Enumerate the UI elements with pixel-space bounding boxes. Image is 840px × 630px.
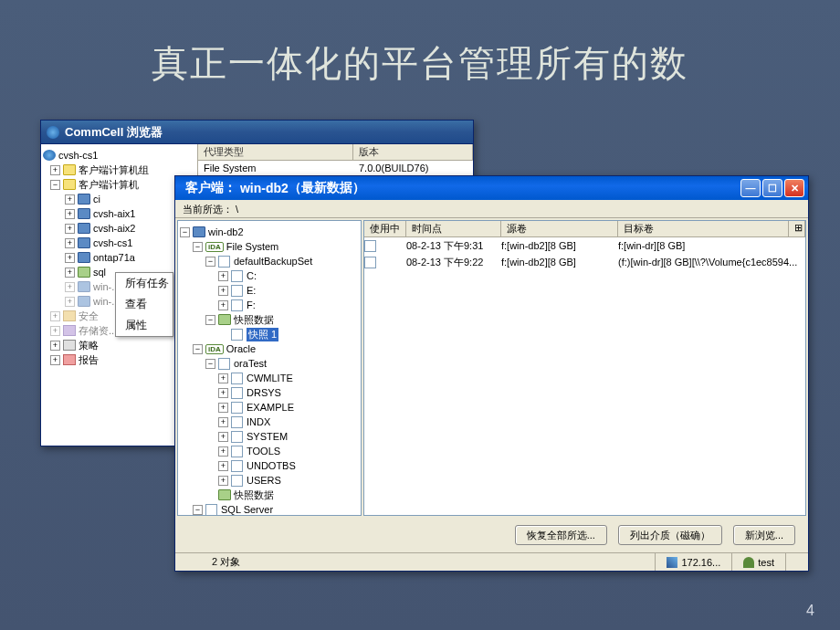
tree-storage[interactable]: 存储资... <box>79 324 117 338</box>
commcell-titlebar[interactable]: CommCell 浏览器 <box>41 121 473 144</box>
expand-icon[interactable]: + <box>65 194 75 205</box>
col-target[interactable]: 目标卷 <box>618 221 789 236</box>
collapse-icon[interactable]: − <box>205 315 215 325</box>
expand-icon[interactable]: + <box>65 297 75 307</box>
tree-checkbox[interactable] <box>231 402 243 414</box>
col-config-icon[interactable]: ⊞ <box>789 221 805 236</box>
collapse-icon[interactable]: − <box>205 257 215 267</box>
client-tree-panel[interactable]: −win-db2 −iDAFile System −defaultBackupS… <box>177 220 362 516</box>
tree-drive-f[interactable]: F: <box>247 299 256 310</box>
snapshot-row[interactable]: 08-2-13 下午9:31 f:[win-db2][8 GB] f:[win-… <box>364 237 805 254</box>
expand-icon[interactable]: + <box>65 268 75 278</box>
tree-node[interactable]: cvsh-aix1 <box>93 208 135 219</box>
row-checkbox[interactable] <box>364 257 376 268</box>
col-time[interactable]: 时间点 <box>406 221 501 236</box>
tree-ora-item[interactable]: INDX <box>247 416 270 427</box>
tree-oracle[interactable]: Oracle <box>226 343 256 354</box>
close-button[interactable]: ✕ <box>784 179 804 197</box>
expand-icon[interactable]: + <box>218 300 228 310</box>
collapse-icon[interactable]: − <box>193 505 203 515</box>
expand-icon[interactable]: + <box>50 165 60 175</box>
tree-client[interactable]: 客户端计算机 <box>79 178 139 192</box>
menu-properties[interactable]: 属性 <box>116 315 173 336</box>
tree-node[interactable]: cvsh-cs1 <box>93 237 132 248</box>
tree-snapshot-1-selected[interactable]: 快照 1 <box>247 328 278 341</box>
tree-security[interactable]: 安全 <box>79 310 99 323</box>
expand-icon[interactable]: + <box>65 238 75 248</box>
expand-icon[interactable]: + <box>50 355 60 365</box>
col-version[interactable]: 版本 <box>353 144 473 160</box>
list-row[interactable]: File System 7.0.0(BUILD76) <box>198 161 473 175</box>
tree-checkbox[interactable] <box>231 431 243 443</box>
tree-ora-item[interactable]: CWMLITE <box>247 373 293 383</box>
expand-icon[interactable]: + <box>65 224 75 234</box>
tree-client-group[interactable]: 客户端计算机组 <box>79 163 149 177</box>
expand-icon[interactable]: + <box>218 476 228 486</box>
tree-checkbox[interactable] <box>218 358 230 370</box>
snapshot-row[interactable]: 08-2-13 下午9:22 f:[win-db2][8 GB] (f:)[wi… <box>364 254 805 270</box>
tree-report[interactable]: 报告 <box>79 353 99 367</box>
row-checkbox[interactable] <box>364 240 376 252</box>
tree-checkbox[interactable] <box>231 329 243 341</box>
tree-ora-item[interactable]: DRSYS <box>247 387 281 398</box>
tree-node-ci[interactable]: ci <box>93 194 100 205</box>
restore-button[interactable]: 恢复全部所选... <box>515 525 607 545</box>
tree-node[interactable]: cvsh-aix2 <box>93 223 135 234</box>
expand-icon[interactable]: + <box>218 271 228 281</box>
tree-ora-item[interactable]: USERS <box>247 475 281 486</box>
tree-snapshot[interactable]: 快照数据 <box>234 488 274 502</box>
tree-ora-item[interactable]: UNDOTBS <box>247 460 296 471</box>
tree-snapshot[interactable]: 快照数据 <box>234 313 274 327</box>
expand-icon[interactable]: + <box>218 388 228 398</box>
tree-ora-item[interactable]: EXAMPLE <box>247 402 294 413</box>
list-media-button[interactable]: 列出介质（磁确） <box>618 525 722 545</box>
new-browse-button[interactable]: 新浏览... <box>733 525 795 545</box>
col-source[interactable]: 源卷 <box>501 221 618 236</box>
tree-filesystem[interactable]: File System <box>226 241 278 252</box>
expand-icon[interactable]: + <box>65 209 75 219</box>
collapse-icon[interactable]: − <box>180 227 190 237</box>
tree-checkbox[interactable] <box>231 387 243 399</box>
tree-drive-c[interactable]: C: <box>247 270 257 281</box>
tree-default-backup[interactable]: defaultBackupSet <box>234 256 312 267</box>
expand-icon[interactable]: + <box>50 326 60 336</box>
expand-icon[interactable]: + <box>218 461 228 471</box>
collapse-icon[interactable]: − <box>193 242 203 252</box>
tree-oratest[interactable]: oraTest <box>234 358 267 369</box>
expand-icon[interactable]: + <box>218 417 228 427</box>
expand-icon[interactable]: + <box>218 446 228 457</box>
tree-policy[interactable]: 策略 <box>79 339 99 352</box>
tree-root[interactable]: cvsh-cs1 <box>58 150 98 161</box>
menu-view[interactable]: 查看 <box>116 294 173 315</box>
expand-icon[interactable]: + <box>65 253 75 263</box>
expand-icon[interactable]: + <box>218 432 228 442</box>
expand-icon[interactable]: + <box>218 286 228 296</box>
tree-checkbox[interactable] <box>231 285 243 297</box>
col-inuse[interactable]: 使用中 <box>364 221 406 236</box>
tree-checkbox[interactable] <box>231 373 243 384</box>
tree-checkbox[interactable] <box>231 270 243 282</box>
menu-all-tasks[interactable]: 所有任务 <box>116 273 173 294</box>
tree-checkbox[interactable] <box>205 504 217 516</box>
tree-checkbox[interactable] <box>231 416 243 428</box>
maximize-button[interactable]: ☐ <box>762 179 782 197</box>
expand-icon[interactable]: + <box>50 341 60 351</box>
tree-ora-item[interactable]: SYSTEM <box>247 431 288 442</box>
tree-sqlserver[interactable]: SQL Server <box>221 504 273 515</box>
minimize-button[interactable]: — <box>740 179 761 197</box>
tree-checkbox[interactable] <box>231 460 243 472</box>
tree-checkbox[interactable] <box>218 256 230 268</box>
client-titlebar[interactable]: 客户端： win-db2 （最新数据） — ☐ ✕ <box>175 176 808 200</box>
expand-icon[interactable]: + <box>218 403 228 413</box>
tree-ora-item[interactable]: TOOLS <box>247 446 280 457</box>
tree-root-windb2[interactable]: win-db2 <box>208 226 244 237</box>
collapse-icon[interactable]: − <box>205 359 215 369</box>
col-agent-type[interactable]: 代理类型 <box>198 144 353 160</box>
expand-icon[interactable]: + <box>218 373 228 383</box>
tree-checkbox[interactable] <box>231 299 243 311</box>
collapse-icon[interactable]: − <box>193 344 203 354</box>
tree-node[interactable]: ontap71a <box>93 252 135 263</box>
tree-checkbox[interactable] <box>231 446 243 457</box>
tree-node-sql[interactable]: sql <box>93 267 106 278</box>
tree-checkbox[interactable] <box>231 475 243 487</box>
